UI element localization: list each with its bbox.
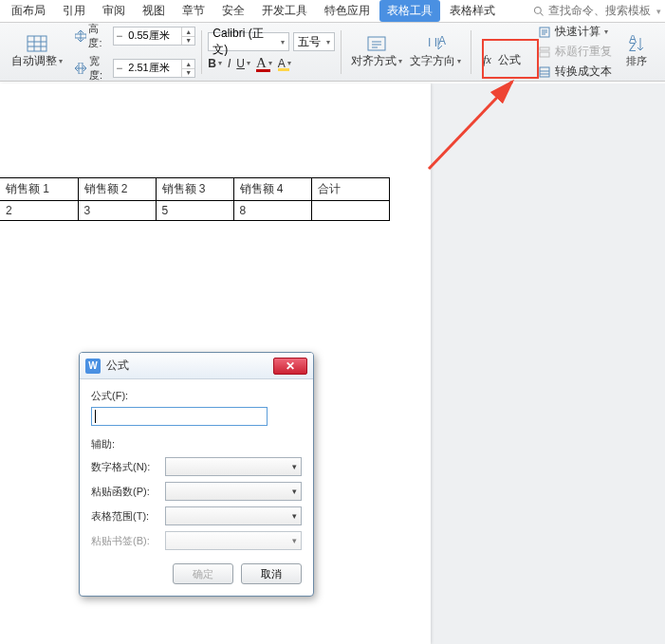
table-header-cell[interactable]: 销售额 2 bbox=[78, 178, 156, 201]
sales-table[interactable]: 销售额 1 销售额 2 销售额 3 销售额 4 合计 2 3 5 8 bbox=[0, 177, 390, 221]
num-format-label: 数字格式(N): bbox=[91, 460, 161, 474]
chevron-down-icon: ▾ bbox=[292, 536, 297, 545]
menu-reference[interactable]: 引用 bbox=[55, 0, 93, 22]
row-height-input[interactable]: − ▲▼ bbox=[113, 27, 195, 46]
table-cell[interactable]: 3 bbox=[78, 201, 156, 221]
sort-button[interactable]: AZ 排序 bbox=[616, 33, 657, 70]
table-range-select[interactable]: ▾ bbox=[165, 506, 302, 525]
quick-calc-label: 快速计算 bbox=[555, 24, 600, 40]
table-to-text-icon bbox=[538, 65, 551, 79]
convert-to-text-label: 转换成文本 bbox=[555, 64, 612, 80]
dialog-titlebar[interactable]: W 公式 ✕ bbox=[80, 353, 313, 379]
chevron-down-icon: ▾ bbox=[656, 7, 661, 16]
quick-calc-button[interactable]: 快速计算▾ bbox=[534, 23, 616, 41]
paste-func-select[interactable]: ▾ bbox=[165, 482, 302, 501]
text-caret bbox=[95, 410, 96, 423]
svg-text:A: A bbox=[438, 35, 446, 47]
svg-text:I I: I I bbox=[428, 36, 437, 49]
formula-field-label: 公式(F): bbox=[91, 389, 302, 403]
svg-point-0 bbox=[535, 7, 542, 13]
font-name-combo[interactable]: Calibri (正文)▾ bbox=[208, 32, 289, 51]
height-label: 高度: bbox=[88, 22, 111, 50]
group-data: 快速计算▾ 标题行重复 转换成文本 AZ 排序 bbox=[530, 27, 661, 78]
menu-security[interactable]: 安全 bbox=[214, 0, 252, 22]
bold-button[interactable]: B▾ bbox=[208, 57, 222, 70]
align-cell-icon bbox=[365, 34, 388, 53]
separator bbox=[471, 30, 471, 74]
auto-adjust-button[interactable]: 自动调整▾ bbox=[8, 32, 66, 71]
table-cell[interactable]: 2 bbox=[0, 201, 78, 221]
col-width-input[interactable]: − ▲▼ bbox=[113, 59, 195, 78]
menu-review[interactable]: 审阅 bbox=[95, 0, 133, 22]
search-icon bbox=[533, 6, 545, 17]
height-spin-down[interactable]: ▼ bbox=[181, 36, 194, 45]
svg-rect-19 bbox=[540, 47, 549, 50]
formula-input[interactable] bbox=[91, 407, 268, 426]
menu-table-style[interactable]: 表格样式 bbox=[442, 0, 503, 22]
table-cell[interactable]: 8 bbox=[233, 201, 311, 221]
table-header-cell[interactable]: 销售额 1 bbox=[0, 178, 78, 201]
convert-to-text-button[interactable]: 转换成文本 bbox=[534, 63, 616, 81]
separator bbox=[341, 30, 342, 74]
svg-rect-9 bbox=[368, 37, 385, 50]
close-button[interactable]: ✕ bbox=[273, 358, 307, 375]
chevron-down-icon: ▾ bbox=[326, 38, 330, 46]
menu-chapter[interactable]: 章节 bbox=[175, 0, 212, 22]
table-header-cell[interactable]: 销售额 3 bbox=[156, 178, 233, 201]
text-direction-button[interactable]: I IA 文字方向▾ bbox=[406, 32, 465, 71]
separator bbox=[201, 30, 202, 74]
font-color-button[interactable]: A▾ bbox=[256, 55, 272, 71]
group-auto-adjust: 自动调整▾ bbox=[4, 27, 70, 78]
highlight-color-button[interactable]: A▾ bbox=[278, 57, 291, 70]
sort-label: 排序 bbox=[626, 54, 647, 68]
chevron-down-icon: ▾ bbox=[281, 38, 285, 46]
width-value[interactable] bbox=[124, 63, 181, 74]
svg-text:Z: Z bbox=[629, 41, 636, 54]
width-spin-up[interactable]: ▲ bbox=[181, 60, 194, 68]
menu-view[interactable]: 视图 bbox=[135, 0, 173, 22]
command-search[interactable]: 查找命令、搜索模板 ▾ bbox=[533, 3, 661, 19]
width-spin-down[interactable]: ▼ bbox=[181, 68, 194, 77]
table-cell[interactable]: 5 bbox=[156, 201, 233, 221]
row-height-icon bbox=[74, 29, 86, 43]
svg-line-1 bbox=[541, 12, 544, 15]
svg-rect-20 bbox=[540, 52, 549, 57]
dropdown-icon: ▾ bbox=[59, 57, 63, 65]
table-grid-icon bbox=[26, 34, 48, 53]
group-align: 对齐方式▾ I IA 文字方向▾ bbox=[343, 27, 469, 78]
cell-align-button[interactable]: 对齐方式▾ bbox=[347, 32, 406, 71]
table-header-cell[interactable]: 销售额 4 bbox=[233, 178, 311, 201]
height-spin-up[interactable]: ▲ bbox=[181, 28, 194, 36]
menu-special[interactable]: 特色应用 bbox=[317, 0, 378, 22]
menu-bar: 面布局 引用 审阅 视图 章节 安全 开发工具 特色应用 表格工具 表格样式 查… bbox=[0, 0, 665, 23]
text-direction-icon: I IA bbox=[424, 34, 447, 53]
cancel-button[interactable]: 取消 bbox=[241, 563, 302, 584]
height-value[interactable] bbox=[124, 30, 181, 42]
paste-bookmark-label: 粘贴书签(B): bbox=[91, 534, 161, 548]
close-icon: ✕ bbox=[286, 359, 295, 373]
font-size-combo[interactable]: 五号▾ bbox=[293, 32, 335, 51]
table-cell[interactable] bbox=[311, 201, 389, 221]
table-range-label: 表格范围(T): bbox=[91, 509, 161, 524]
col-width-icon bbox=[74, 62, 87, 75]
auto-adjust-label: 自动调整 bbox=[11, 53, 57, 69]
num-format-select[interactable]: ▾ bbox=[165, 457, 302, 476]
table-row: 销售额 1 销售额 2 销售额 3 销售额 4 合计 bbox=[0, 178, 389, 201]
underline-button[interactable]: U▾ bbox=[236, 57, 250, 70]
paste-func-label: 粘贴函数(P): bbox=[91, 485, 161, 499]
paste-bookmark-select: ▾ bbox=[165, 531, 302, 550]
menu-table-tools[interactable]: 表格工具 bbox=[379, 0, 440, 22]
menu-layout[interactable]: 面布局 bbox=[4, 0, 53, 22]
chevron-down-icon: ▾ bbox=[292, 511, 297, 521]
aux-label: 辅助: bbox=[91, 437, 302, 451]
svg-rect-21 bbox=[540, 67, 549, 77]
align-label: 对齐方式 bbox=[351, 53, 397, 69]
title-row-repeat-button[interactable]: 标题行重复 bbox=[534, 43, 616, 61]
ok-button[interactable]: 确定 bbox=[173, 563, 233, 584]
width-label: 宽度: bbox=[89, 54, 111, 83]
table-header-cell[interactable]: 合计 bbox=[311, 178, 389, 201]
chevron-down-icon: ▾ bbox=[292, 462, 297, 471]
menu-devtools[interactable]: 开发工具 bbox=[254, 0, 315, 22]
dialog-title: 公式 bbox=[106, 358, 268, 374]
italic-button[interactable]: I bbox=[228, 57, 231, 70]
